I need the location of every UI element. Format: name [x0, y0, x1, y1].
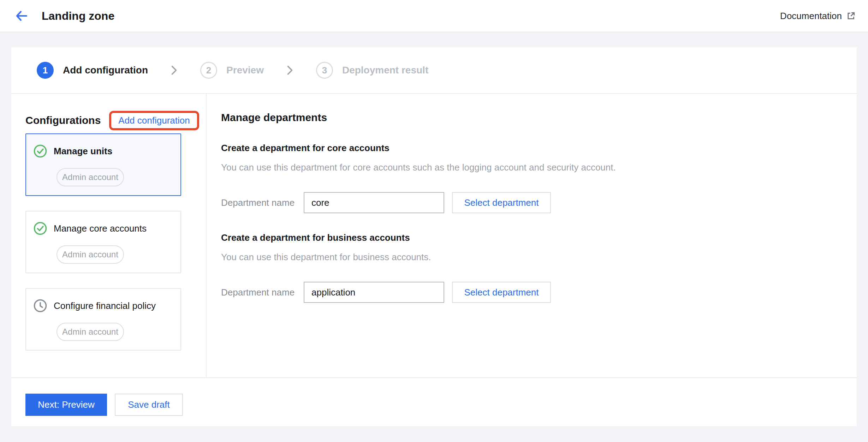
section-heading: Create a department for core accounts — [221, 143, 857, 154]
admin-account-badge: Admin account — [57, 168, 124, 186]
add-configuration-highlight-box: Add configuration — [109, 111, 199, 130]
select-department-button[interactable]: Select department — [452, 192, 551, 213]
department-name-row: Department name Select department — [221, 192, 857, 213]
save-draft-button[interactable]: Save draft — [115, 394, 183, 416]
documentation-link[interactable]: Documentation — [780, 11, 856, 22]
step-deployment-result[interactable]: 3 Deployment result — [316, 62, 428, 79]
config-card-configure-financial-policy[interactable]: Configure financial policy Admin account — [25, 288, 181, 351]
external-link-icon — [846, 11, 856, 21]
business-department-section: Create a department for business account… — [221, 232, 857, 303]
section-description: You can use this department for business… — [221, 252, 857, 263]
card-title: Manage units — [54, 146, 112, 157]
top-header: Landing zone Documentation — [0, 0, 868, 32]
card-title: Configure financial policy — [54, 300, 156, 311]
wizard-container: 1 Add configuration 2 Preview 3 Deployme… — [11, 47, 857, 426]
department-name-label: Department name — [221, 197, 304, 208]
step-3-circle: 3 — [316, 62, 333, 79]
admin-account-badge: Admin account — [57, 245, 124, 264]
config-card-manage-core-accounts[interactable]: Manage core accounts Admin account — [25, 211, 181, 273]
card-header: Configure financial policy — [33, 299, 180, 313]
check-circle-icon — [33, 144, 47, 158]
business-department-name-input[interactable] — [304, 282, 444, 303]
configurations-panel: Configurations Add configuration Manage … — [11, 94, 207, 377]
step-2-label: Preview — [226, 65, 264, 76]
step-separator-chevron-icon — [171, 65, 178, 76]
core-department-name-input[interactable] — [304, 192, 444, 213]
documentation-label: Documentation — [780, 11, 842, 22]
wizard-body: Configurations Add configuration Manage … — [11, 94, 857, 377]
step-add-configuration[interactable]: 1 Add configuration — [37, 62, 148, 79]
department-name-row: Department name Select department — [221, 282, 857, 303]
step-separator-chevron-icon — [286, 65, 293, 76]
select-department-button[interactable]: Select department — [452, 282, 551, 303]
clock-icon — [33, 299, 47, 313]
admin-account-badge: Admin account — [57, 323, 124, 341]
step-2-circle: 2 — [200, 62, 217, 79]
core-department-section: Create a department for core accounts Yo… — [221, 143, 857, 213]
wizard-footer: Next: Preview Save draft — [11, 377, 857, 426]
step-1-circle: 1 — [37, 62, 54, 79]
department-name-label: Department name — [221, 287, 304, 298]
configuration-card-list: Manage units Admin account Manage core a… — [25, 133, 206, 351]
step-3-label: Deployment result — [342, 65, 428, 76]
page-title: Landing zone — [42, 10, 114, 23]
configurations-title: Configurations — [25, 114, 101, 126]
configurations-header: Configurations Add configuration — [25, 110, 206, 131]
step-1-label: Add configuration — [63, 65, 148, 76]
back-button[interactable] — [15, 9, 29, 23]
section-heading: Create a department for business account… — [221, 232, 857, 243]
check-circle-icon — [33, 221, 47, 235]
config-card-manage-units[interactable]: Manage units Admin account — [25, 133, 181, 196]
panel-title: Manage departments — [221, 112, 857, 124]
next-preview-button[interactable]: Next: Preview — [25, 394, 107, 416]
manage-departments-panel: Manage departments Create a department f… — [207, 94, 857, 377]
section-description: You can use this department for core acc… — [221, 162, 857, 173]
card-title: Manage core accounts — [54, 223, 147, 234]
step-preview[interactable]: 2 Preview — [200, 62, 264, 79]
step-indicator: 1 Add configuration 2 Preview 3 Deployme… — [11, 47, 857, 94]
back-arrow-icon — [16, 10, 28, 22]
add-configuration-link[interactable]: Add configuration — [118, 115, 190, 126]
card-header: Manage units — [33, 144, 180, 158]
card-header: Manage core accounts — [33, 221, 180, 235]
